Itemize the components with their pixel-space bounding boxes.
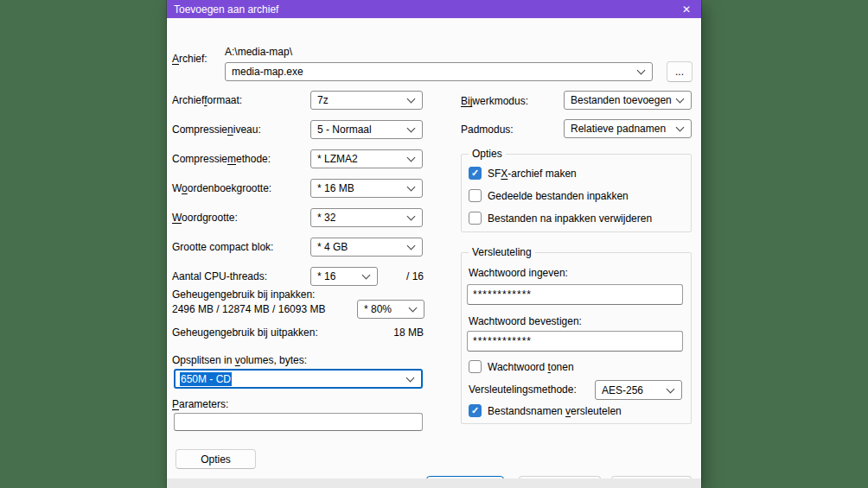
checkbox-checked-icon[interactable] bbox=[469, 404, 482, 417]
compression-method-label: Compressiemethode: bbox=[172, 153, 271, 165]
parameters-input[interactable] bbox=[174, 413, 423, 431]
add-to-archive-dialog: Toevoegen aan archief Archief: A:\media-… bbox=[167, 0, 701, 488]
chevron-down-icon bbox=[407, 154, 416, 162]
update-mode-select[interactable]: Bestanden toevoegen en v bbox=[564, 91, 692, 110]
memory-unpacking-value: 18 MB bbox=[366, 326, 424, 339]
browse-button[interactable]: ... bbox=[667, 61, 692, 82]
archive-format-label: Archiefformaat: bbox=[172, 94, 242, 106]
options-button[interactable]: Opties bbox=[176, 449, 256, 469]
dialog-bottom-edge bbox=[167, 478, 701, 488]
encryption-group-title: Versleuteling bbox=[469, 246, 535, 258]
encryption-group: Versleuteling Wachtwoord ingeven: Wachtw… bbox=[461, 252, 692, 424]
chevron-down-icon bbox=[637, 67, 646, 75]
memory-percent-select[interactable]: * 80% bbox=[357, 300, 424, 319]
cpu-threads-select[interactable]: * 16 bbox=[310, 267, 378, 286]
chevron-down-icon bbox=[406, 373, 415, 382]
chevron-down-icon bbox=[676, 124, 685, 132]
memory-packing-values: 2496 MB / 12874 MB / 16093 MB bbox=[172, 303, 325, 315]
archive-format-select[interactable]: 7z bbox=[310, 91, 423, 110]
encryption-method-select[interactable]: AES-256 bbox=[595, 380, 682, 400]
chevron-down-icon bbox=[409, 304, 418, 313]
cpu-threads-max: / 16 bbox=[383, 270, 424, 282]
compression-level-select[interactable]: 5 - Normaal bbox=[310, 120, 423, 139]
encrypt-filenames-checkbox[interactable]: Bestandsnamen versleutelen bbox=[469, 404, 622, 417]
checkbox-unchecked-icon[interactable] bbox=[469, 189, 482, 202]
chevron-down-icon bbox=[407, 183, 416, 192]
chevron-down-icon bbox=[407, 124, 416, 133]
split-volumes-label: Opsplitsen in volumes, bytes: bbox=[172, 354, 307, 366]
chevron-down-icon bbox=[407, 95, 416, 104]
archive-label: Archief: bbox=[172, 53, 207, 65]
password-input[interactable] bbox=[467, 284, 683, 305]
word-size-label: Woordgrootte: bbox=[172, 212, 238, 224]
encryption-method-label: Versleutelingsmethode: bbox=[469, 383, 577, 396]
desktop-background: Toevoegen aan archief Archief: A:\media-… bbox=[0, 0, 868, 488]
chevron-down-icon bbox=[362, 271, 371, 280]
delete-after-compression-checkbox[interactable]: Bestanden na inpakken verwijderen bbox=[469, 212, 652, 225]
solid-block-size-label: Grootte compact blok: bbox=[172, 241, 273, 253]
split-volumes-select[interactable]: 650M - CD bbox=[174, 369, 423, 389]
memory-packing-label: Geheugengebruik bij inpakken: bbox=[172, 288, 315, 301]
update-mode-label: Bijwerkmodus: bbox=[461, 95, 528, 107]
window-title: Toevoegen aan archief bbox=[167, 3, 278, 16]
path-mode-select[interactable]: Relatieve padnamen bbox=[564, 119, 692, 138]
show-password-checkbox[interactable]: Wachtwoord tonen bbox=[469, 360, 574, 373]
cpu-threads-label: Aantal CPU-threads: bbox=[172, 270, 267, 282]
path-mode-label: Padmodus: bbox=[461, 124, 514, 136]
sfx-archive-checkbox[interactable]: SFX-archief maken bbox=[469, 167, 577, 180]
confirm-password-label: Wachtwoord bevestigen: bbox=[469, 315, 582, 327]
compression-method-select[interactable]: * LZMA2 bbox=[310, 149, 423, 168]
options-group-title: Opties bbox=[469, 148, 506, 160]
title-bar: Toevoegen aan archief bbox=[167, 0, 701, 18]
shared-files-checkbox[interactable]: Gedeelde bestanden inpakken bbox=[469, 189, 629, 202]
checkbox-checked-icon[interactable] bbox=[469, 167, 482, 180]
checkbox-unchecked-icon[interactable] bbox=[469, 212, 482, 225]
chevron-down-icon bbox=[407, 212, 416, 221]
chevron-down-icon bbox=[407, 242, 416, 250]
dialog-body: Archief: A:\media-map\ media-map.exe ...… bbox=[167, 18, 701, 488]
parameters-label: Parameters: bbox=[172, 398, 228, 410]
dictionary-size-label: Woordenboekgrootte: bbox=[172, 182, 271, 194]
confirm-password-input[interactable] bbox=[467, 331, 683, 352]
archive-name-select[interactable]: media-map.exe bbox=[225, 62, 653, 81]
checkbox-unchecked-icon[interactable] bbox=[469, 360, 482, 373]
compression-level-label: Compressieniveau: bbox=[172, 124, 261, 136]
chevron-down-icon bbox=[676, 95, 685, 104]
dictionary-size-select[interactable]: * 16 MB bbox=[310, 179, 423, 198]
solid-block-size-select[interactable]: * 4 GB bbox=[310, 238, 423, 257]
chevron-down-icon bbox=[667, 384, 675, 393]
memory-unpacking-label: Geheugengebruik bij uitpakken: bbox=[172, 326, 318, 339]
word-size-select[interactable]: * 32 bbox=[310, 208, 423, 227]
enter-password-label: Wachtwoord ingeven: bbox=[469, 267, 568, 279]
archive-path: A:\media-map\ bbox=[225, 46, 292, 58]
options-group: Opties SFX-archief maken Gedeelde bestan… bbox=[461, 154, 692, 232]
close-icon[interactable] bbox=[672, 0, 701, 18]
